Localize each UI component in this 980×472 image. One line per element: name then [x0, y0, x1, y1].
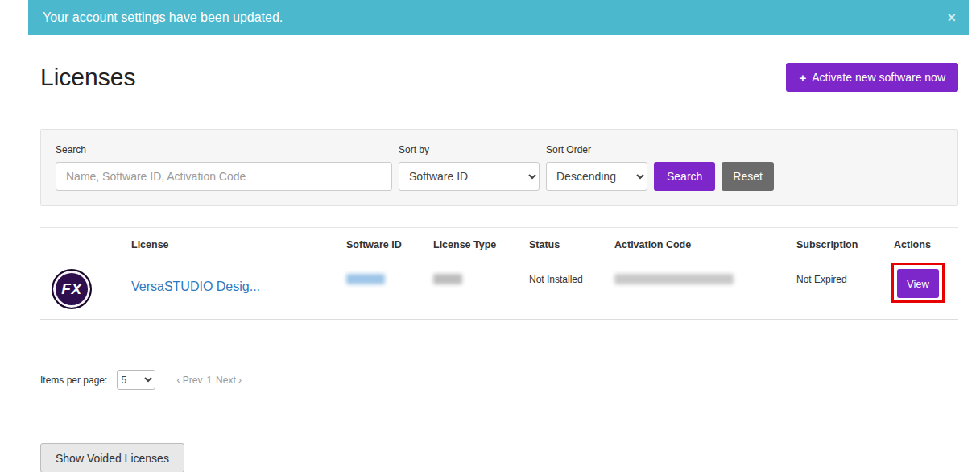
items-per-page-select[interactable]: 5 — [117, 370, 155, 390]
product-logo-cell: FX — [40, 259, 131, 319]
sort-by-select[interactable]: Software ID — [399, 162, 540, 191]
header-activation-code: Activation Code — [614, 228, 796, 259]
pagination-row: Items per page: 5 ‹ Prev 1 Next › — [40, 370, 958, 390]
activate-new-software-button[interactable]: + Activate new software now — [786, 63, 958, 92]
license-name-link[interactable]: VersaSTUDIO Desig... — [131, 259, 260, 294]
fx-logo-text: FX — [61, 280, 81, 298]
notification-banner: Your account settings have been updated.… — [28, 0, 969, 35]
header-status: Status — [529, 228, 614, 259]
search-label: Search — [56, 144, 392, 155]
status-cell: Not Installed — [529, 259, 614, 285]
sort-by-group: Sort by Software ID — [399, 144, 540, 191]
banner-message: Your account settings have been updated. — [43, 10, 283, 25]
license-type-redacted — [433, 274, 462, 284]
header-license-type: License Type — [433, 228, 529, 259]
activate-button-label: Activate new software now — [812, 71, 945, 84]
sort-order-label: Sort Order — [546, 144, 647, 155]
header-software-id: Software ID — [346, 228, 433, 259]
page-header: Licenses + Activate new software now — [40, 63, 958, 92]
view-button[interactable]: View — [897, 269, 939, 298]
current-page-number[interactable]: 1 — [206, 375, 212, 386]
actions-cell: View — [894, 259, 958, 298]
next-page-link[interactable]: Next › — [216, 375, 242, 386]
activation-code-cell — [614, 259, 796, 284]
license-name-cell: VersaSTUDIO Desig... — [131, 259, 346, 294]
prev-page-link[interactable]: ‹ Prev — [176, 375, 202, 386]
header-actions: Actions — [894, 228, 958, 259]
sort-order-group: Sort Order Descending — [546, 144, 647, 191]
license-type-cell — [433, 259, 529, 284]
header-subscription: Subscription — [796, 228, 894, 259]
software-id-redacted — [346, 274, 385, 284]
sort-order-select[interactable]: Descending — [546, 162, 647, 191]
table-header-row: License Software ID License Type Status … — [40, 228, 958, 259]
show-voided-licenses-button[interactable]: Show Voided Licenses — [40, 443, 184, 472]
pager: ‹ Prev 1 Next › — [176, 375, 242, 386]
items-per-page-label: Items per page: — [40, 375, 107, 386]
page-title: Licenses — [40, 64, 135, 91]
software-id-cell — [346, 259, 433, 284]
header-spacer — [40, 228, 131, 247]
plus-icon: + — [799, 71, 806, 85]
search-button[interactable]: Search — [654, 162, 715, 191]
close-icon[interactable]: × — [947, 10, 956, 25]
header-license: License — [131, 228, 346, 259]
sort-by-label: Sort by — [399, 144, 540, 155]
main-content: Licenses + Activate new software now Sea… — [0, 63, 980, 472]
activation-code-redacted — [614, 274, 734, 284]
reset-button[interactable]: Reset — [722, 162, 774, 191]
filter-panel: Search Sort by Software ID Sort Order De… — [40, 129, 958, 206]
fx-logo-icon: FX — [52, 269, 92, 309]
search-field-group: Search — [56, 144, 392, 191]
subscription-cell: Not Expired — [796, 259, 894, 285]
table-row: FX VersaSTUDIO Desig... Not Installed No… — [40, 259, 958, 320]
search-input[interactable] — [56, 162, 392, 191]
licenses-table: License Software ID License Type Status … — [40, 227, 958, 320]
